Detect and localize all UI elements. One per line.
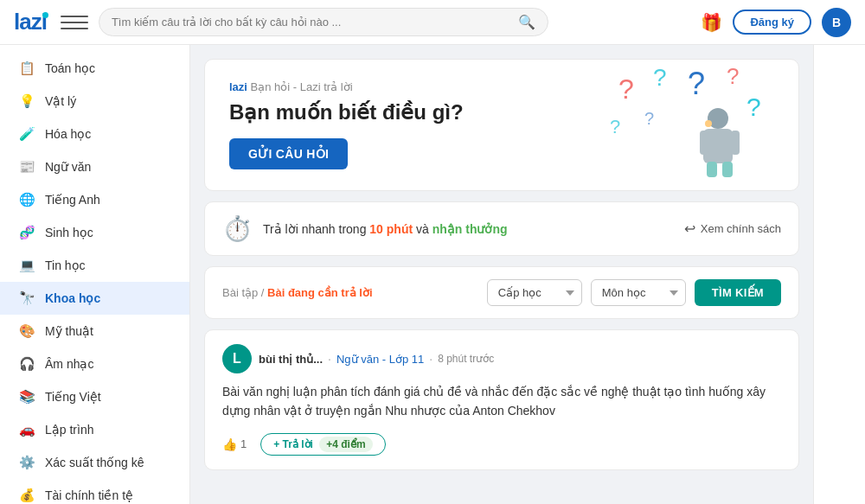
- action-like[interactable]: 👍 1: [222, 437, 247, 451]
- sidebar-label-khoa-hoc: Khoa học: [45, 291, 172, 305]
- like-count: 1: [240, 437, 247, 450]
- sidebar-icon-vat-ly: 💡: [17, 93, 36, 109]
- sidebar-icon-khoa-hoc: 🔭: [17, 290, 36, 306]
- reward-bar: ⏱️ Trả lời nhanh trong 10 phút và nhận t…: [204, 201, 799, 256]
- right-panel: [813, 45, 865, 504]
- sidebar-icon-xac-suat: ⚙️: [17, 455, 36, 470]
- sidebar-label-xac-suat: Xác suất thống kê: [45, 456, 172, 469]
- svg-text:?: ?: [688, 68, 705, 101]
- svg-text:?: ?: [610, 116, 620, 137]
- search-icon[interactable]: 🔍: [518, 14, 535, 30]
- sidebar-icon-toan-hoc: 📋: [17, 61, 36, 76]
- reward-time-highlight: 10 phút: [369, 222, 413, 236]
- search-bar: 🔍: [99, 8, 548, 36]
- sidebar-label-tai-chinh: Tài chính tiền tệ: [45, 488, 172, 502]
- like-icon: 👍: [222, 437, 237, 451]
- reward-timer-icon: ⏱️: [222, 214, 253, 243]
- sidebar-item-khoa-hoc[interactable]: 🔭 Khoa học: [0, 282, 189, 315]
- search-input[interactable]: [112, 16, 518, 29]
- sidebar-label-ngu-van: Ngữ văn: [45, 160, 172, 174]
- sidebar-item-tai-chinh[interactable]: 💰 Tài chính tiền tệ: [0, 479, 189, 504]
- filter-active-label: Bài đang cần trả lời: [267, 286, 373, 299]
- sidebar-icon-ngu-van: 📰: [17, 159, 36, 175]
- mon-hoc-select[interactable]: Môn họcToán họcVật lýHóa họcNgữ vănTiếng…: [591, 279, 686, 306]
- reply-button[interactable]: + Trả lời +4 điểm: [260, 433, 385, 456]
- filter-bar: Bài tập / Bài đang cần trả lời Cấp họcTi…: [204, 266, 799, 319]
- sidebar-item-tieng-viet[interactable]: 📚 Tiếng Việt: [0, 380, 189, 413]
- question-text: Bài văn nghị luận phân tích đánh giá chủ…: [222, 382, 781, 421]
- points-badge: +4 điểm: [319, 437, 372, 452]
- meta-time: 8 phút trước: [438, 353, 494, 365]
- svg-text:?: ?: [727, 68, 739, 89]
- sidebar-label-tin-hoc: Tin học: [45, 258, 172, 272]
- cap-hoc-select[interactable]: Cấp họcTiểu họcTHCSTHPTĐại học: [487, 279, 582, 306]
- sidebar-icon-am-nhac: 🎧: [17, 356, 36, 372]
- svg-rect-11: [707, 162, 717, 177]
- sidebar-item-sinh-hoc[interactable]: 🧬 Sinh học: [0, 216, 189, 249]
- sidebar-icon-hoa-hoc: 🧪: [17, 126, 36, 142]
- sidebar-icon-tieng-viet: 📚: [17, 389, 36, 405]
- sidebar-item-vat-ly[interactable]: 💡 Vật lý: [0, 85, 189, 118]
- sidebar-icon-tin-hoc: 💻: [17, 258, 36, 273]
- sidebar-icon-tieng-anh: 🌐: [17, 192, 36, 207]
- header-right: 🎁 Đăng ký B: [701, 8, 851, 37]
- meta-subject: Ngữ văn - Lớp 11: [336, 353, 424, 366]
- sidebar-item-tin-hoc[interactable]: 💻 Tin học: [0, 249, 189, 282]
- sidebar: 📋 Toán học 💡 Vật lý 🧪 Hóa học 📰 Ngữ văn …: [0, 45, 190, 504]
- gift-icon[interactable]: 🎁: [701, 12, 722, 33]
- sidebar-item-my-thuat[interactable]: 🎨 Mỹ thuật: [0, 315, 189, 348]
- meta-username: bùi thị thủ...: [259, 353, 323, 366]
- question-card: L bùi thị thủ... · Ngữ văn - Lớp 11 · 8 …: [204, 329, 799, 470]
- sidebar-label-toan-hoc: Toán học: [45, 61, 172, 75]
- svg-text:?: ?: [618, 73, 634, 105]
- question-meta: L bùi thị thủ... · Ngữ văn - Lớp 11 · 8 …: [222, 344, 781, 373]
- hamburger-menu[interactable]: [61, 9, 88, 36]
- sidebar-label-tieng-viet: Tiếng Việt: [45, 390, 172, 404]
- sidebar-item-hoa-hoc[interactable]: 🧪 Hóa học: [0, 118, 189, 150]
- filter-breadcrumb: Bài tập / Bài đang cần trả lời: [222, 286, 373, 299]
- header: lazi 🔍 🎁 Đăng ký B: [0, 0, 865, 45]
- svg-text:?: ?: [746, 93, 761, 121]
- layout: 📋 Toán học 💡 Vật lý 🧪 Hóa học 📰 Ngữ văn …: [0, 45, 865, 504]
- sidebar-label-hoa-hoc: Hóa học: [45, 127, 172, 141]
- svg-rect-12: [722, 162, 733, 177]
- banner-brand: lazi: [229, 80, 247, 93]
- avatar: L: [222, 344, 252, 373]
- main-content: lazi Bạn hỏi - Lazi trả lời Bạn muốn biế…: [190, 45, 813, 504]
- sidebar-item-am-nhac[interactable]: 🎧 Âm nhạc: [0, 348, 189, 380]
- sidebar-label-lap-trinh: Lập trình: [45, 423, 172, 437]
- sidebar-item-xac-suat[interactable]: ⚙️ Xác suất thống kê: [0, 446, 189, 479]
- sidebar-item-tieng-anh[interactable]: 🌐 Tiếng Anh: [0, 183, 189, 216]
- sidebar-label-sinh-hoc: Sinh học: [45, 226, 172, 239]
- svg-text:?: ?: [653, 68, 667, 91]
- sidebar-label-tieng-anh: Tiếng Anh: [45, 193, 172, 207]
- sidebar-item-ngu-van[interactable]: 📰 Ngữ văn: [0, 150, 189, 183]
- banner-illustration: ? ? ? ? ? ? ?: [601, 68, 774, 181]
- sidebar-item-toan-hoc[interactable]: 📋 Toán học: [0, 52, 189, 85]
- logo[interactable]: lazi: [14, 9, 47, 35]
- ask-button[interactable]: GỬI CÂU HỎI: [229, 138, 348, 169]
- avatar[interactable]: B: [822, 8, 851, 37]
- policy-icon: ↩: [684, 220, 695, 237]
- reward-policy-label: Xem chính sách: [701, 222, 781, 235]
- register-button[interactable]: Đăng ký: [733, 10, 811, 35]
- sidebar-icon-tai-chinh: 💰: [17, 488, 36, 503]
- reward-text: Trả lời nhanh trong 10 phút và nhận thưở…: [263, 222, 508, 236]
- reward-policy[interactable]: ↩ Xem chính sách: [684, 220, 781, 237]
- svg-rect-10: [731, 131, 740, 155]
- sidebar-item-lap-trinh[interactable]: 🚗 Lập trình: [0, 413, 189, 446]
- meta-info: bùi thị thủ... · Ngữ văn - Lớp 11 · 8 ph…: [259, 352, 494, 366]
- sidebar-icon-sinh-hoc: 🧬: [17, 225, 36, 240]
- svg-point-13: [705, 120, 712, 127]
- questions-container: L bùi thị thủ... · Ngữ văn - Lớp 11 · 8 …: [204, 329, 799, 470]
- reward-reward-highlight: nhận thưởng: [432, 222, 508, 236]
- sidebar-label-my-thuat: Mỹ thuật: [45, 324, 172, 338]
- question-actions: 👍 1 + Trả lời +4 điểm: [222, 433, 781, 456]
- sidebar-icon-lap-trinh: 🚗: [17, 422, 36, 437]
- banner-breadcrumb-text: Bạn hỏi - Lazi trả lời: [251, 80, 353, 93]
- logo-dot: [42, 12, 48, 18]
- svg-text:?: ?: [644, 109, 654, 128]
- sidebar-icon-my-thuat: 🎨: [17, 323, 36, 339]
- svg-rect-9: [700, 131, 708, 155]
- filter-search-button[interactable]: TÌM KIẾM: [695, 279, 781, 306]
